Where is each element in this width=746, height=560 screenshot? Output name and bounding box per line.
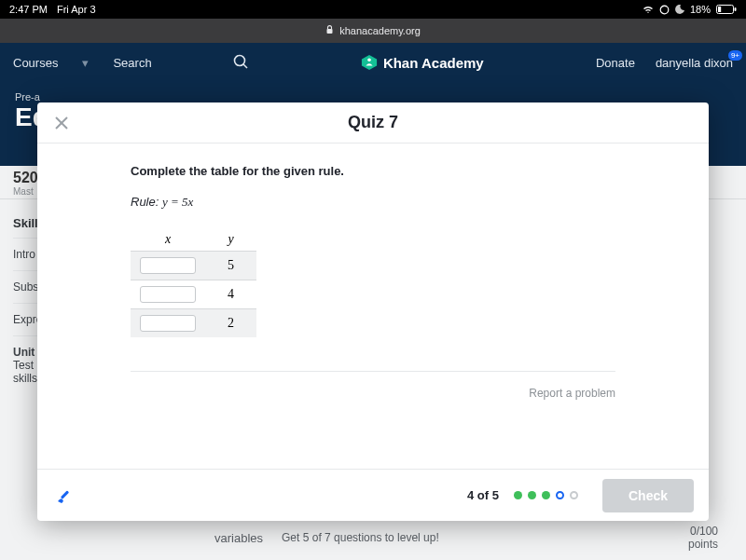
table-row: 2 (131, 308, 256, 337)
orientation-lock-icon (659, 5, 670, 15)
modal-title: Quiz 7 (348, 113, 398, 132)
status-date: Fri Apr 3 (57, 4, 96, 15)
rule-math: y = 5x (162, 195, 193, 209)
svg-rect-2 (735, 7, 737, 11)
col-header-y: y (205, 228, 256, 251)
ipad-status-bar: 2:47 PM Fri Apr 3 18% (0, 0, 746, 19)
x-input-3[interactable] (140, 315, 196, 332)
wifi-icon (642, 5, 654, 14)
progress-dot-correct (542, 491, 550, 499)
progress-dot-correct (528, 491, 536, 499)
close-button[interactable] (50, 112, 73, 134)
modal-body: Complete the table for the given rule. R… (37, 143, 709, 469)
xy-table: x y 5 4 2 (131, 228, 256, 337)
y-value-2: 4 (205, 281, 256, 307)
progress-dot-correct (514, 491, 522, 499)
table-row: 4 (131, 280, 256, 308)
modal-header: Quiz 7 (37, 102, 709, 143)
svg-rect-3 (718, 7, 721, 12)
y-value-1: 5 (205, 253, 256, 279)
report-problem-link[interactable]: Report a problem (131, 387, 615, 400)
battery-percent: 18% (690, 4, 711, 15)
rule-text: Rule: y = 5x (131, 195, 615, 210)
lock-icon (325, 25, 334, 36)
battery-icon (716, 5, 737, 14)
svg-point-0 (660, 6, 669, 14)
browser-url: khanacademy.org (339, 25, 421, 36)
x-input-1[interactable] (140, 257, 196, 274)
scratchpad-button[interactable] (52, 483, 78, 509)
progress-dot-upcoming (570, 491, 578, 499)
status-time: 2:47 PM (9, 4, 48, 15)
progress-dot-current (556, 491, 564, 499)
col-header-x: x (131, 228, 205, 251)
pencil-icon (55, 485, 76, 506)
divider (131, 371, 615, 372)
quiz-modal: Quiz 7 Complete the table for the given … (37, 102, 709, 521)
progress-dots (514, 491, 578, 499)
close-icon (54, 116, 69, 130)
browser-address-bar[interactable]: khanacademy.org (0, 19, 746, 43)
progress-text: 4 of 5 (467, 488, 499, 502)
x-input-2[interactable] (140, 286, 196, 303)
rule-label: Rule: (131, 195, 159, 209)
modal-footer: 4 of 5 Check (37, 469, 709, 521)
question-prompt: Complete the table for the given rule. (131, 164, 615, 178)
table-row: 5 (131, 251, 256, 280)
check-button[interactable]: Check (602, 479, 694, 512)
y-value-3: 2 (205, 310, 256, 336)
svg-rect-11 (61, 490, 69, 499)
do-not-disturb-icon (675, 5, 684, 14)
svg-rect-4 (327, 29, 333, 34)
